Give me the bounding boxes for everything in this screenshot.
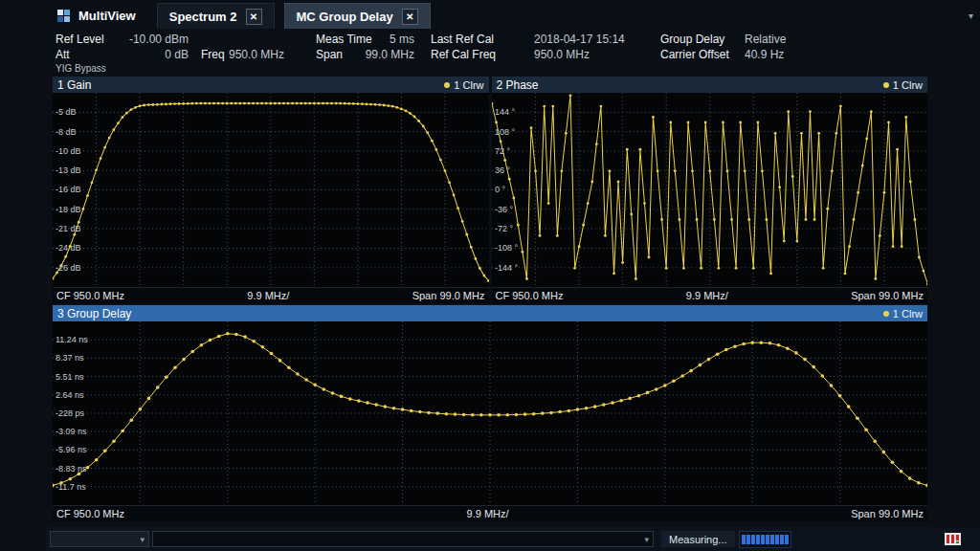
- panel-phase-titlebar[interactable]: 2 Phase 1 Clrw: [492, 77, 928, 93]
- svg-text:-11.7 ns: -11.7 ns: [56, 482, 86, 492]
- trace-color-icon: [883, 82, 889, 88]
- svg-text:-13 dB: -13 dB: [56, 165, 81, 175]
- panel-phase: 2 Phase 1 Clrw 144 °108 °72 °36 °0 °-36 …: [492, 77, 928, 303]
- svg-text:-3.09 ns: -3.09 ns: [56, 427, 87, 436]
- last-ref-cal-value: 2018-04-17 15:14: [534, 33, 625, 46]
- svg-text:-108 °: -108 °: [495, 243, 519, 253]
- svg-text:2.64 ns: 2.64 ns: [56, 390, 84, 400]
- svg-text:8.37 ns: 8.37 ns: [56, 353, 84, 363]
- svg-text:-18 dB: -18 dB: [56, 205, 81, 214]
- group-delay-scale-label: 9.9 MHz/: [467, 508, 509, 519]
- phase-scale-label: 9.9 MHz/: [686, 290, 728, 301]
- panel-gain-title: 1 Gain: [57, 78, 91, 92]
- svg-text:108 °: 108 °: [495, 127, 516, 137]
- phase-cf-label: CF 950.0 MHz: [496, 290, 564, 301]
- svg-text:144 °: 144 °: [495, 107, 516, 117]
- analyzer-screen: MultiView Spectrum 2 ✕ MC Group Delay ✕ …: [0, 0, 980, 551]
- svg-text:-10 dB: -10 dB: [56, 146, 81, 156]
- gain-cf-label: CF 950.0 MHz: [56, 290, 124, 301]
- svg-text:-8.83 ns: -8.83 ns: [56, 464, 87, 474]
- freq-label: Freq: [201, 48, 225, 61]
- group-delay-label: Group Delay: [660, 33, 724, 46]
- command-input[interactable]: ▾: [152, 531, 654, 547]
- chevron-down-icon: ▾: [140, 535, 145, 544]
- gain-chart[interactable]: -5 dB-8 dB-10 dB-13 dB-16 dB-18 dB-21 dB…: [53, 93, 489, 287]
- span-value: 99.0 MHz: [347, 48, 414, 61]
- svg-text:11.24 ns: 11.24 ns: [56, 335, 88, 344]
- svg-text:-16 dB: -16 dB: [56, 186, 81, 195]
- panel-gain-titlebar[interactable]: 1 Gain 1 Clrw: [53, 77, 489, 93]
- phase-footer: CF 950.0 MHz 9.9 MHz/ Span 99.0 MHz: [492, 287, 928, 303]
- gain-span-label: Span 99.0 MHz: [412, 290, 485, 301]
- diagram-area: 1 Gain 1 Clrw -5 dB-8 dB-10 dB-13 dB-16 …: [53, 77, 927, 521]
- phase-trace-legend-label: 1 Clrw: [893, 79, 923, 91]
- last-ref-cal-label: Last Ref Cal: [431, 33, 494, 46]
- trace-color-icon: [883, 311, 889, 317]
- svg-text:-8 dB: -8 dB: [56, 127, 77, 137]
- svg-text:36 °: 36 °: [495, 165, 511, 175]
- trace-color-icon: [444, 82, 450, 88]
- group-delay-trace-legend-label: 1 Clrw: [893, 308, 923, 320]
- chevron-down-icon: ▾: [644, 535, 649, 544]
- progress-bar: [739, 531, 791, 548]
- svg-text:-26 dB: -26 dB: [56, 263, 81, 273]
- meas-time-value: 5 ms: [347, 33, 414, 46]
- ref-level-label: Ref Level: [56, 33, 104, 46]
- svg-text:72 °: 72 °: [495, 146, 511, 156]
- panel-group-delay-title: 3 Group Delay: [57, 307, 131, 320]
- panel-gain: 1 Gain 1 Clrw -5 dB-8 dB-10 dB-13 dB-16 …: [53, 77, 489, 303]
- ref-cal-freq-value: 950.0 MHz: [534, 48, 590, 61]
- status-bar: ▾ ▾ Measuring...: [46, 527, 980, 551]
- svg-text:-36 °: -36 °: [495, 205, 514, 214]
- svg-text:0 °: 0 °: [495, 186, 506, 195]
- freq-value: 950.0 MHz: [225, 48, 284, 61]
- span-label: Span: [316, 48, 343, 61]
- svg-text:-228 ps: -228 ps: [56, 408, 85, 418]
- carrier-offset-label: Carrier Offset: [660, 48, 729, 61]
- device-status-icon: [945, 533, 961, 545]
- group-delay-footer: CF 950.0 MHz 9.9 MHz/ Span 99.0 MHz: [53, 505, 927, 521]
- gain-trace-legend-label: 1 Clrw: [454, 79, 483, 91]
- svg-text:-5 dB: -5 dB: [56, 107, 77, 117]
- panel-group-delay: 3 Group Delay 1 Clrw 11.24 ns8.37 ns5.51…: [53, 305, 927, 521]
- svg-text:-144 °: -144 °: [495, 263, 519, 273]
- group-delay-cf-label: CF 950.0 MHz: [56, 508, 124, 519]
- carrier-offset-value: 40.9 Hz: [745, 48, 784, 61]
- phase-chart[interactable]: 144 °108 °72 °36 °0 °-36 °-72 °-108 °-14…: [492, 93, 928, 287]
- phase-span-label: Span 99.0 MHz: [851, 290, 924, 301]
- yig-bypass-label: YIG Bypass: [56, 63, 106, 74]
- svg-text:5.51 ns: 5.51 ns: [56, 372, 84, 382]
- att-value: 0 dB: [115, 48, 189, 61]
- svg-text:-5.96 ns: -5.96 ns: [56, 445, 87, 454]
- svg-text:-72 °: -72 °: [495, 224, 514, 233]
- panel-group-delay-titlebar[interactable]: 3 Group Delay 1 Clrw: [53, 305, 927, 321]
- panel-phase-title: 2 Phase: [497, 78, 539, 92]
- group-delay-span-label: Span 99.0 MHz: [851, 508, 924, 519]
- status-dropdown[interactable]: ▾: [50, 531, 149, 547]
- group-delay-mode: Relative: [745, 33, 786, 46]
- gain-footer: CF 950.0 MHz 9.9 MHz/ Span 99.0 MHz: [53, 287, 489, 303]
- phase-trace-legend: 1 Clrw: [883, 79, 923, 91]
- ref-level-value: -10.00 dBm: [115, 33, 189, 46]
- gain-trace-legend: 1 Clrw: [444, 79, 483, 91]
- svg-text:-21 dB: -21 dB: [56, 224, 81, 233]
- gain-scale-label: 9.9 MHz/: [247, 290, 289, 301]
- measurement-header: Ref Level -10.00 dBm Meas Time 5 ms Last…: [46, 0, 980, 77]
- svg-text:-24 dB: -24 dB: [56, 243, 81, 253]
- group-delay-chart[interactable]: 11.24 ns8.37 ns5.51 ns2.64 ns-228 ps-3.0…: [53, 321, 927, 505]
- group-delay-trace-legend: 1 Clrw: [883, 308, 923, 320]
- ref-cal-freq-label: Ref Cal Freq: [431, 48, 496, 61]
- measuring-status: Measuring...: [661, 531, 735, 547]
- att-label: Att: [56, 48, 70, 61]
